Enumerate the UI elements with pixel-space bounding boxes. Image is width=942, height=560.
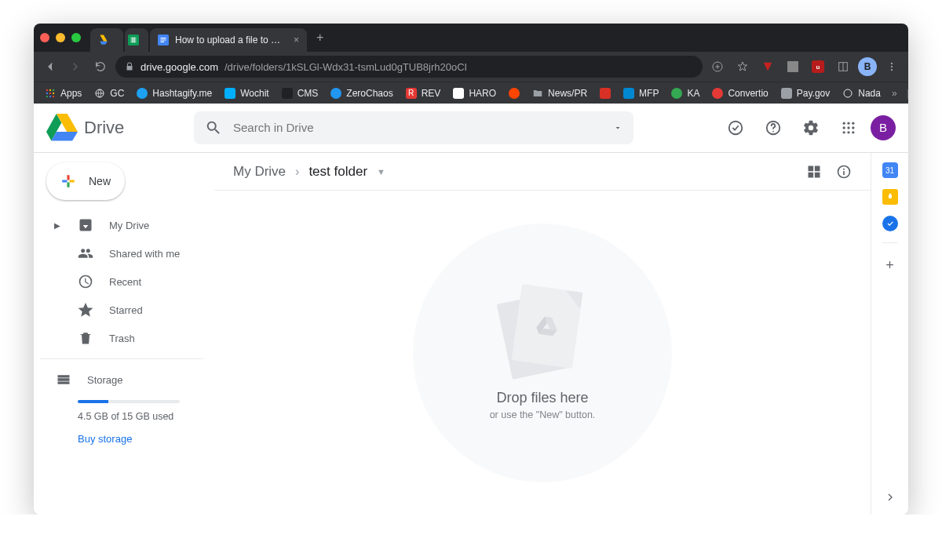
reader-mode-icon[interactable] — [833, 56, 853, 77]
svg-point-11 — [46, 92, 48, 93]
profile-avatar[interactable]: B — [858, 57, 877, 76]
bookmark-paygov[interactable]: Pay.gov — [776, 86, 834, 100]
bookmark-gmail[interactable] — [595, 86, 615, 100]
sidebar-item-shared[interactable]: Shared with me — [40, 239, 214, 267]
bookmark-cms[interactable]: CMS — [277, 86, 323, 100]
browser-tab-docs[interactable]: How to upload a file to Google D… × — [150, 28, 307, 52]
lock-icon — [125, 62, 134, 71]
help-icon[interactable] — [758, 112, 789, 144]
bookmark-rev[interactable]: RREV — [401, 86, 446, 100]
apps-launcher-icon[interactable] — [833, 112, 864, 144]
sidebar-item-label: Trash — [109, 333, 135, 344]
empty-title: Drop files here — [496, 390, 588, 406]
window-controls[interactable] — [40, 33, 81, 42]
search-bar[interactable] — [194, 111, 633, 144]
bookmark-gc[interactable]: GC — [89, 86, 129, 100]
bookmark-reddit[interactable] — [504, 86, 524, 100]
bookmark-nada[interactable]: Nada — [838, 86, 885, 100]
bookmark-mfp[interactable]: MFP — [619, 86, 663, 100]
forward-button[interactable] — [65, 56, 86, 77]
bookmark-wochit[interactable]: Wochit — [220, 86, 273, 100]
bookmark-ka[interactable]: KA — [666, 86, 704, 100]
svg-point-8 — [46, 89, 48, 90]
sidebar-item-label: Starred — [109, 304, 143, 316]
collapse-panel-icon[interactable] — [884, 491, 896, 504]
svg-point-25 — [847, 126, 849, 129]
close-tab-icon[interactable]: × — [294, 35, 299, 45]
sidebar-item-recent[interactable]: Recent — [40, 267, 214, 296]
expand-caret-icon[interactable]: ▶ — [54, 221, 62, 230]
svg-point-22 — [847, 122, 849, 124]
svg-point-28 — [847, 131, 849, 133]
tab-title: How to upload a file to Google D… — [175, 35, 287, 45]
back-button[interactable] — [40, 56, 60, 77]
bookmarks-overflow-icon[interactable]: » — [892, 88, 897, 99]
buy-storage-link[interactable]: Buy storage — [78, 433, 214, 445]
address-bar[interactable]: drive.google.com/drive/folders/1kSLGl-Wd… — [115, 56, 703, 78]
browser-tab-drive[interactable] — [90, 28, 123, 52]
svg-point-10 — [53, 89, 54, 90]
breadcrumb-current[interactable]: test folder — [304, 161, 372, 183]
browser-menu-icon[interactable] — [882, 56, 902, 77]
sidebar-item-trash[interactable]: Trash — [40, 324, 214, 352]
sidebar-item-starred[interactable]: Starred — [40, 296, 214, 324]
empty-state[interactable]: Drop files here or use the "New" button. — [214, 191, 871, 515]
apps-grid-icon — [45, 88, 56, 99]
main-content: My Drive › test folder ▼ — [214, 153, 871, 515]
sidebar-item-label: Shared with me — [109, 248, 180, 260]
bookmark-hashtagify[interactable]: Hashtagify.me — [132, 86, 217, 100]
search-input[interactable] — [233, 121, 602, 134]
drive-logo[interactable]: Drive — [46, 112, 188, 144]
keep-addon-icon[interactable] — [882, 189, 898, 205]
breadcrumb-root[interactable]: My Drive — [228, 161, 290, 183]
bookmark-newspr[interactable]: News/PR — [528, 86, 592, 100]
view-grid-icon[interactable] — [801, 159, 827, 184]
sidebar-item-label: My Drive — [109, 220, 149, 231]
storage-icon — [56, 372, 71, 387]
svg-point-16 — [53, 95, 54, 96]
svg-point-21 — [843, 122, 845, 124]
account-avatar[interactable]: B — [871, 115, 896, 140]
extension-ublock-icon[interactable]: u — [808, 56, 828, 77]
sheets-favicon-icon — [128, 35, 139, 45]
empty-subtitle: or use the "New" button. — [490, 409, 596, 420]
add-addon-icon[interactable]: + — [885, 257, 894, 274]
details-info-icon[interactable] — [831, 159, 856, 184]
minimize-window-icon[interactable] — [56, 33, 65, 42]
sidebar-item-mydrive[interactable]: ▶ My Drive — [40, 211, 214, 239]
svg-point-31 — [843, 168, 845, 169]
close-window-icon[interactable] — [40, 33, 49, 42]
maximize-window-icon[interactable] — [71, 33, 81, 42]
svg-point-5 — [891, 63, 893, 64]
svg-point-19 — [729, 121, 743, 134]
star-icon — [78, 302, 93, 318]
svg-point-27 — [843, 131, 845, 133]
sidebar-item-storage[interactable]: Storage — [40, 365, 214, 394]
browser-tab-sheets[interactable] — [125, 28, 148, 52]
bookmark-haro[interactable]: HARO — [448, 86, 501, 100]
svg-point-23 — [852, 122, 854, 124]
svg-point-6 — [891, 66, 893, 67]
bookmark-star-icon[interactable] — [732, 56, 753, 77]
offline-ready-icon[interactable] — [720, 112, 751, 144]
tasks-addon-icon[interactable] — [882, 216, 898, 231]
app-header: Drive B — [34, 104, 908, 152]
reload-button[interactable] — [90, 56, 111, 77]
svg-point-24 — [843, 126, 845, 129]
new-tab-button[interactable]: + — [316, 31, 323, 45]
calendar-addon-icon[interactable]: 31 — [882, 162, 898, 178]
install-app-icon[interactable] — [707, 56, 728, 77]
extension-icon-1[interactable] — [758, 56, 778, 77]
dropdown-caret-icon[interactable]: ▼ — [377, 167, 385, 176]
storage-meter — [78, 400, 180, 403]
search-options-icon[interactable] — [613, 123, 623, 133]
folder-icon — [532, 88, 543, 99]
extension-icon-2[interactable] — [783, 56, 803, 77]
browser-tabstrip: How to upload a file to Google D… × + — [34, 24, 908, 52]
bookmark-apps[interactable]: Apps — [40, 86, 86, 100]
settings-gear-icon[interactable] — [795, 112, 827, 144]
bookmark-convertio[interactable]: Convertio — [707, 86, 772, 100]
bookmark-zerochaos[interactable]: ZeroChaos — [326, 86, 397, 100]
new-button[interactable]: New — [46, 162, 125, 200]
svg-point-12 — [49, 92, 51, 93]
